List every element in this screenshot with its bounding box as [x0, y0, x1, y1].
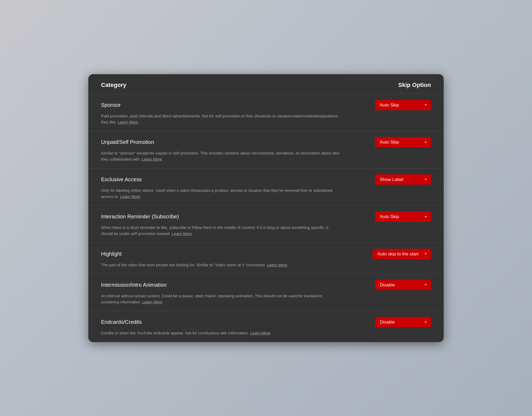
learn-more-link-endcards[interactable]: Learn More: [250, 331, 271, 335]
learn-more-link-intermission[interactable]: Learn More: [142, 300, 163, 304]
learn-more-link-interaction-reminder[interactable]: Learn More: [172, 231, 192, 236]
category-desc-exclusive-access: Only for labeling entire videos. Used wh…: [101, 187, 340, 200]
panel-header: Category Skip Option: [88, 74, 444, 94]
category-desc-endcards: Credits or when the YouTube endcards app…: [101, 330, 340, 336]
learn-more-link-exclusive-access[interactable]: Learn More: [120, 194, 141, 199]
row-main-intermission: Intermission/Intro AnimationDisableAuto …: [101, 280, 431, 290]
skip-select-highlight[interactable]: DisableAuto SkipManual SkipShow LabelAut…: [373, 249, 431, 259]
row-main-unpaid-self-promotion: Unpaid/Self PromotionDisableAuto SkipMan…: [101, 137, 431, 147]
category-desc-unpaid-self-promotion: Similar to "sponsor" except for unpaid o…: [101, 150, 340, 162]
row-main-endcards: Endcards/CreditsDisableAuto SkipManual S…: [101, 317, 431, 327]
category-column-header: Category: [101, 82, 126, 88]
learn-more-link-sponsor[interactable]: Learn More: [118, 120, 138, 124]
row-main-exclusive-access: Exclusive AccessDisableAuto SkipManual S…: [101, 174, 431, 185]
category-row-exclusive-access: Exclusive AccessDisableAuto SkipManual S…: [88, 169, 444, 206]
category-name-endcards: Endcards/Credits: [101, 319, 142, 325]
category-desc-intermission: An interval without actual content. Coul…: [101, 293, 340, 305]
category-row-sponsor: SponsorDisableAuto SkipManual SkipShow L…: [88, 94, 444, 131]
category-name-intermission: Intermission/Intro Animation: [101, 282, 167, 288]
category-row-highlight: HighlightDisableAuto SkipManual SkipShow…: [88, 243, 444, 274]
category-row-endcards: Endcards/CreditsDisableAuto SkipManual S…: [88, 311, 444, 342]
skip-select-sponsor[interactable]: DisableAuto SkipManual SkipShow LabelAut…: [375, 100, 431, 110]
skip-select-endcards[interactable]: DisableAuto SkipManual SkipShow LabelAut…: [375, 317, 431, 327]
row-main-highlight: HighlightDisableAuto SkipManual SkipShow…: [101, 249, 431, 259]
learn-more-link-highlight[interactable]: Learn More: [267, 263, 287, 267]
row-main-sponsor: SponsorDisableAuto SkipManual SkipShow L…: [101, 100, 431, 110]
categories-list: SponsorDisableAuto SkipManual SkipShow L…: [88, 94, 444, 342]
skip-option-column-header: Skip Option: [398, 82, 431, 88]
category-name-sponsor: Sponsor: [101, 102, 121, 108]
category-name-interaction-reminder: Interaction Reminder (Subscribe): [101, 214, 179, 220]
category-name-unpaid-self-promotion: Unpaid/Self Promotion: [101, 139, 154, 145]
skip-select-unpaid-self-promotion[interactable]: DisableAuto SkipManual SkipShow LabelAut…: [375, 137, 431, 147]
learn-more-link-unpaid-self-promotion[interactable]: Learn More: [142, 157, 162, 161]
row-main-interaction-reminder: Interaction Reminder (Subscribe)DisableA…: [101, 211, 431, 222]
category-name-exclusive-access: Exclusive Access: [101, 176, 142, 183]
category-row-intermission: Intermission/Intro AnimationDisableAuto …: [88, 274, 444, 311]
category-row-unpaid-self-promotion: Unpaid/Self PromotionDisableAuto SkipMan…: [88, 131, 444, 169]
skip-select-intermission[interactable]: DisableAuto SkipManual SkipShow LabelAut…: [375, 280, 431, 290]
category-row-interaction-reminder: Interaction Reminder (Subscribe)DisableA…: [88, 206, 444, 243]
skip-select-exclusive-access[interactable]: DisableAuto SkipManual SkipShow LabelAut…: [375, 174, 431, 185]
category-name-highlight: Highlight: [101, 251, 122, 257]
category-desc-interaction-reminder: When there is a short reminder to like, …: [101, 224, 340, 237]
category-desc-highlight: The part of the video that most people a…: [101, 262, 340, 268]
settings-panel: Category Skip Option SponsorDisableAuto …: [88, 74, 444, 342]
category-desc-sponsor: Paid promotion, paid referrals and direc…: [101, 113, 340, 125]
skip-select-interaction-reminder[interactable]: DisableAuto SkipManual SkipShow LabelAut…: [375, 211, 431, 222]
